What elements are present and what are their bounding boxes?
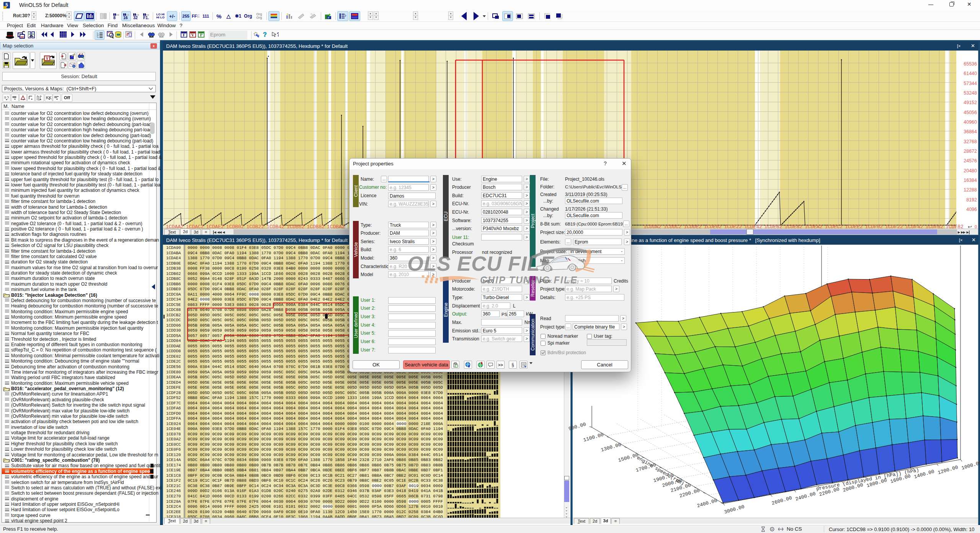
svg-text:F: F [183, 33, 185, 37]
svg-text:V: V [46, 56, 49, 60]
svg-text:?: ? [263, 31, 267, 38]
svg-text:?: ? [277, 31, 279, 38]
svg-text:P: P [200, 33, 203, 37]
svg-text:F: F [328, 16, 330, 20]
svg-text:V: V [191, 33, 194, 37]
svg-text:KK: KK [46, 95, 52, 100]
